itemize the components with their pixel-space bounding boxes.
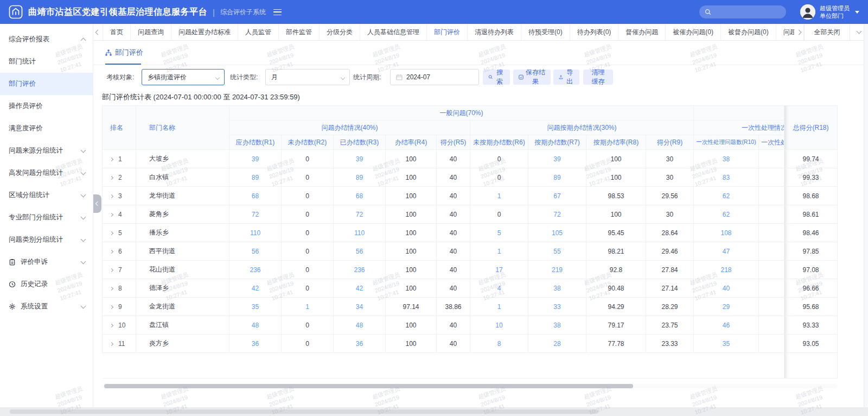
value-link[interactable]: 38 (723, 155, 730, 163)
expand-row-icon[interactable] (110, 175, 113, 179)
tabs-scroll-right-button[interactable] (794, 24, 804, 40)
value-cell-r1[interactable]: 72 (229, 205, 282, 224)
tab-item[interactable]: 问题 (776, 24, 794, 40)
value-cell-r6[interactable]: 8 (470, 335, 528, 353)
tab-item[interactable]: 待预受理(0) (521, 24, 570, 40)
value-cell-r1[interactable]: 236 (229, 261, 282, 279)
value-link[interactable]: 56 (356, 248, 363, 255)
sidebar-item-专业部门分组统计[interactable]: 专业部门分组统计 (0, 206, 93, 229)
value-link[interactable]: 35 (723, 340, 730, 348)
value-link[interactable]: 108 (721, 229, 732, 237)
expand-row-icon[interactable] (110, 342, 113, 345)
value-link[interactable]: 219 (552, 266, 563, 274)
value-cell-r3[interactable]: 48 (334, 316, 386, 335)
expand-row-icon[interactable] (110, 231, 113, 235)
value-cell-r10[interactable]: 83 (694, 168, 759, 187)
rank-cell[interactable]: 5 (103, 224, 136, 242)
value-link[interactable]: 218 (721, 266, 732, 274)
tab-item[interactable]: 问题查询 (131, 24, 171, 40)
search-button[interactable]: 搜索 (483, 70, 510, 85)
value-link[interactable]: 36 (252, 340, 259, 348)
value-cell-r6[interactable]: 10 (470, 316, 528, 335)
sidebar-item-综合评价报表[interactable]: 综合评价报表 (0, 28, 93, 51)
user-avatar[interactable] (800, 4, 815, 20)
value-cell-r10[interactable]: 35 (694, 335, 759, 353)
sidebar-collapse-handle[interactable] (93, 194, 101, 213)
value-link[interactable]: 34 (356, 303, 363, 311)
value-cell-r3[interactable]: 36 (334, 335, 386, 353)
expand-row-icon[interactable] (110, 286, 113, 290)
save-results-button[interactable]: 保存结果 (513, 70, 551, 85)
rank-cell[interactable]: 2 (103, 168, 136, 187)
value-link[interactable]: 105 (552, 229, 563, 237)
rank-cell[interactable]: 7 (103, 261, 136, 279)
rank-cell[interactable]: 4 (103, 205, 136, 224)
value-cell-r6[interactable]: 1 (470, 187, 528, 205)
sidebar-item-问题来源分组统计[interactable]: 问题来源分组统计 (0, 140, 93, 162)
tab-item[interactable]: 督催办问题 (618, 24, 666, 40)
value-cell-r1[interactable]: 56 (229, 242, 282, 261)
value-cell-r7[interactable]: 55 (528, 242, 586, 261)
value-link[interactable]: 39 (553, 155, 560, 163)
value-link[interactable]: 72 (553, 211, 560, 218)
expand-row-icon[interactable] (110, 305, 113, 308)
value-link[interactable]: 4 (497, 285, 501, 292)
value-cell-r3[interactable]: 236 (334, 261, 386, 279)
value-cell-r6[interactable]: 5 (470, 224, 528, 242)
value-cell-r10[interactable]: 38 (694, 150, 759, 168)
assess-target-select[interactable]: 乡镇街道评价 (142, 69, 225, 85)
value-link[interactable]: 72 (356, 211, 363, 218)
expand-row-icon[interactable] (110, 323, 113, 327)
header-search-input[interactable] (699, 5, 786, 18)
rank-cell[interactable]: 9 (103, 298, 136, 316)
vertical-scrollbar-rail[interactable] (864, 24, 868, 407)
value-link[interactable]: 46 (723, 322, 730, 329)
value-cell-r10[interactable]: 62 (694, 187, 759, 205)
tab-item[interactable]: 清退待办列表 (468, 24, 521, 40)
value-link[interactable]: 72 (252, 211, 259, 218)
value-cell-r3[interactable]: 56 (334, 242, 386, 261)
value-link[interactable]: 89 (553, 174, 560, 181)
value-link[interactable]: 17 (495, 266, 502, 274)
period-date-input[interactable]: 2024-07 (390, 69, 479, 85)
value-cell-r10[interactable]: 29 (694, 298, 759, 316)
tab-item[interactable]: 首页 (103, 24, 131, 40)
value-cell-r1[interactable]: 42 (229, 279, 282, 298)
value-link[interactable]: 47 (723, 248, 730, 255)
sidebar-item-部门统计[interactable]: 部门统计 (0, 51, 93, 73)
value-link[interactable]: 5 (497, 229, 501, 237)
sidebar-item-区域分组统计[interactable]: 区域分组统计 (0, 184, 93, 206)
value-cell-r7[interactable]: 67 (528, 187, 586, 205)
value-cell-r10[interactable]: 108 (694, 224, 759, 242)
value-cell-r1[interactable]: 48 (229, 316, 282, 335)
value-cell-r7[interactable]: 39 (528, 150, 586, 168)
tab-item[interactable]: 被催办问题(0) (666, 24, 721, 40)
sidebar-item-问题类别分组统计[interactable]: 问题类别分组统计 (0, 229, 93, 251)
horizontal-scrollbar-thumb[interactable] (104, 384, 633, 388)
tabs-scroll-left-button[interactable] (93, 24, 103, 40)
value-link[interactable]: 56 (252, 248, 259, 255)
value-cell-r3[interactable]: 89 (334, 168, 386, 187)
value-link[interactable]: 48 (356, 322, 363, 329)
rank-cell[interactable]: 6 (103, 242, 136, 261)
user-menu-caret-icon[interactable] (855, 11, 859, 14)
value-link[interactable]: 1 (305, 303, 309, 311)
tab-item[interactable]: 人员监管 (238, 24, 279, 40)
expand-row-icon[interactable] (110, 212, 113, 216)
value-cell-r7[interactable]: 219 (528, 261, 586, 279)
expand-row-icon[interactable] (110, 157, 113, 161)
export-button[interactable]: 导出 (553, 70, 579, 85)
sidebar-item-部门评价[interactable]: 部门评价 (0, 73, 93, 95)
value-link[interactable]: 89 (356, 174, 363, 181)
tab-item[interactable]: 分级分类 (320, 24, 360, 40)
expand-row-icon[interactable] (110, 194, 113, 198)
sidebar-item-历史记录[interactable]: 历史记录 (0, 273, 93, 295)
value-cell-r1[interactable]: 35 (229, 298, 282, 316)
value-link[interactable]: 36 (356, 340, 363, 348)
sidebar-item-系统设置[interactable]: 系统设置 (0, 295, 93, 318)
value-cell-r6[interactable]: 17 (470, 261, 528, 279)
value-cell-r7[interactable]: 105 (528, 224, 586, 242)
value-cell-r3[interactable]: 42 (334, 279, 386, 298)
value-cell-r6[interactable]: 1 (470, 298, 528, 316)
rank-cell[interactable]: 3 (103, 187, 136, 205)
